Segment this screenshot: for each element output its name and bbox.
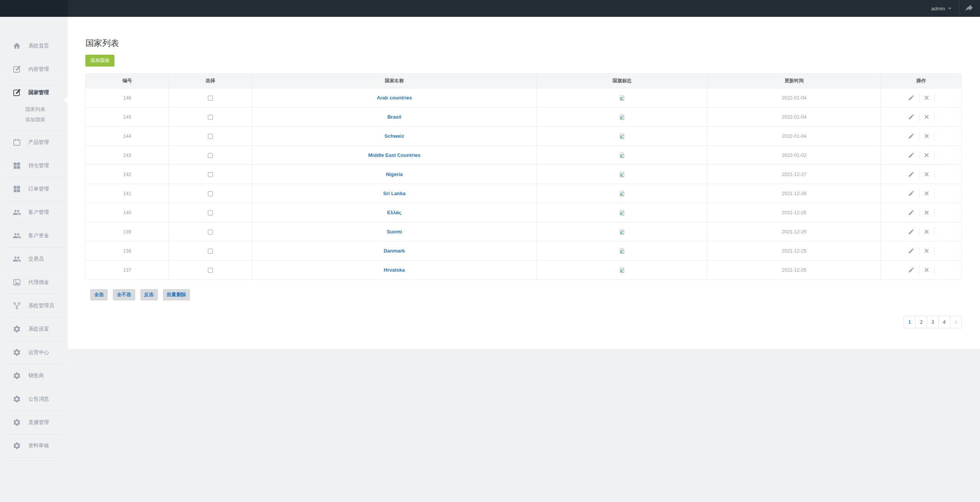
edit-row-button[interactable] [908,209,915,216]
sidebar-item-country-manage[interactable]: 国家管理 [4,81,64,104]
page-button-1[interactable]: 1 [904,316,915,328]
country-link[interactable]: Schweiz [384,133,404,139]
edit-row-button[interactable] [908,267,915,273]
next-page-button[interactable] [950,316,961,328]
cell-actions [881,241,962,261]
cell-select [169,241,252,261]
table-row: 140Ελλάς2021-12-25 [86,203,962,222]
edit-row-button[interactable] [908,152,915,158]
cell-updated: 2021-12-25 [707,203,881,222]
row-checkbox[interactable] [208,153,213,158]
row-checkbox[interactable] [208,210,213,215]
row-checkbox[interactable] [208,268,213,273]
delete-row-button[interactable] [923,114,930,120]
users-icon [13,208,21,217]
delete-row-button[interactable] [923,95,930,101]
cell-id: 137 [86,261,169,280]
edit-row-button[interactable] [908,228,915,235]
sidebar-item-home[interactable]: 系统首页 [4,34,64,57]
edit-row-button[interactable] [908,190,915,197]
country-link[interactable]: Danmark [384,248,405,254]
image-icon [13,278,21,287]
row-checkbox[interactable] [208,172,213,177]
sidebar-item-system-settings[interactable]: 系统设置 [4,318,64,341]
cell-select [169,165,252,184]
country-link[interactable]: Arab countries [377,95,412,101]
cell-actions [881,165,962,184]
cell-country: Brasil [252,108,537,127]
country-link[interactable]: Hrvatska [384,267,405,273]
cell-id: 146 [86,88,169,108]
country-link[interactable]: Sri Lanka [383,191,406,196]
cell-updated: 2021-12-25 [707,222,881,241]
sidebar-item-system-admin[interactable]: 系统管理员 [4,294,64,317]
cell-country: Arab countries [252,88,537,108]
logo-area [0,0,68,17]
sidebar-subitem-country-add[interactable]: 添加国家 [25,114,64,125]
country-link[interactable]: Middle East Countries [368,152,421,158]
delete-row-button[interactable] [923,171,930,178]
sidebar-item-position-manage[interactable]: 持仓管理 [4,154,64,177]
delete-row-button[interactable] [923,267,930,273]
cell-select [169,203,252,222]
delete-row-button[interactable] [923,209,930,216]
page-button-3[interactable]: 3 [927,316,938,328]
invert-selection-button[interactable]: 反选 [140,289,158,300]
sidebar-item-label: 销售商 [28,372,44,379]
delete-row-button[interactable] [923,228,930,235]
user-dropdown[interactable]: admin [923,0,959,17]
country-link[interactable]: Ελλάς [387,210,402,215]
row-checkbox[interactable] [208,96,213,101]
delete-row-button[interactable] [923,152,930,158]
batch-delete-button[interactable]: 批量删除 [163,289,190,300]
sidebar-group-customer-funds: 客户资金 [4,224,64,248]
cell-country: Middle East Countries [252,146,537,165]
table-row: 141Sri Lanka2021-12-26 [86,184,962,203]
sidebar-item-order-manage[interactable]: 订单管理 [4,178,64,200]
page-button-2[interactable]: 2 [915,316,927,328]
sidebar-item-customer-funds[interactable]: 客户资金 [4,224,64,247]
sidebar-item-label: 运营中心 [28,349,49,356]
edit-row-button[interactable] [908,114,915,120]
sidebar-item-operation-center[interactable]: 运营中心 [4,341,64,364]
sidebar-item-trader[interactable]: 交易员 [4,248,64,271]
edit-row-button[interactable] [908,133,915,139]
sidebar-item-content-manage[interactable]: 内容管理 [4,58,64,81]
delete-row-button[interactable] [923,248,930,254]
edit-row-button[interactable] [908,171,915,178]
select-none-button[interactable]: 全不选 [113,289,135,300]
row-checkbox[interactable] [208,134,213,139]
row-checkbox[interactable] [208,191,213,196]
edit-row-button[interactable] [908,248,915,254]
row-checkbox[interactable] [208,230,213,235]
cell-flag [537,165,707,184]
sidebar-subitem-country-list[interactable]: 国家列表 [25,104,64,114]
action-divider [919,113,919,121]
cell-select [169,222,252,241]
sidebar-item-live-manage[interactable]: 直播管理 [4,411,64,434]
row-checkbox[interactable] [208,249,213,254]
cell-select [169,184,252,203]
select-all-button[interactable]: 全选 [90,289,108,300]
country-link[interactable]: Nigeria [386,171,403,177]
cell-select [169,108,252,127]
delete-row-button[interactable] [923,133,930,139]
add-country-button[interactable]: 添加国家 [85,55,114,67]
action-divider [919,151,919,160]
delete-row-button[interactable] [923,190,930,197]
sidebar-item-data-review[interactable]: 资料审核 [4,434,64,457]
edit-row-button[interactable] [908,95,915,101]
sidebar-item-announcement[interactable]: 公告消息 [4,388,64,411]
country-link[interactable]: Suomi [387,229,402,235]
logout-button[interactable] [959,0,980,17]
country-link[interactable]: Brasil [387,114,401,120]
sidebar-item-seller[interactable]: 销售商 [4,364,64,387]
sidebar-item-product-manage[interactable]: 产品管理 [4,131,64,154]
sidebar-item-customer-manage[interactable]: 客户管理 [4,201,64,224]
page-button-4[interactable]: 4 [938,316,950,328]
row-checkbox[interactable] [208,115,213,120]
branch-icon [13,302,21,310]
cell-flag [537,127,707,146]
cell-actions [881,261,962,280]
sidebar-item-agent-commission[interactable]: 代理佣金 [4,271,64,294]
